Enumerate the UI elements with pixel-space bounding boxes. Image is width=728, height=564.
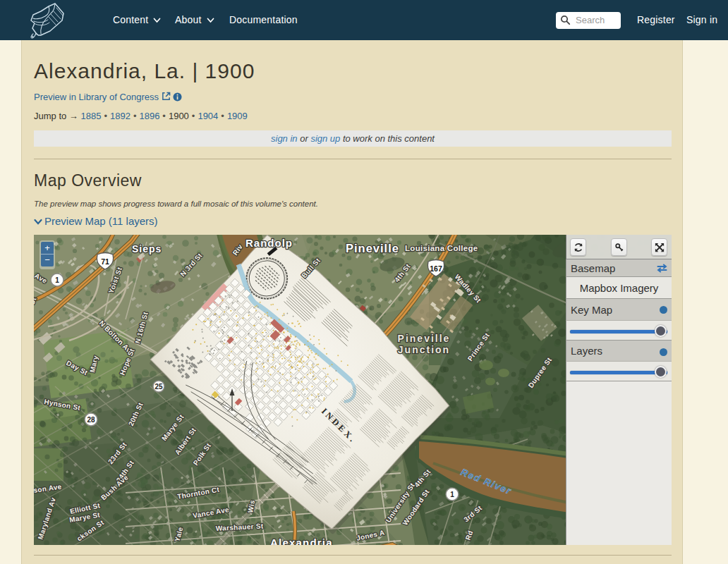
svg-text:Pineville: Pineville <box>346 242 399 255</box>
svg-text:Sieps: Sieps <box>132 243 162 255</box>
svg-text:71: 71 <box>101 257 109 266</box>
svg-text:25: 25 <box>154 383 163 391</box>
svg-text:Louisiana College: Louisiana College <box>405 244 478 252</box>
svg-text:Randolp: Randolp <box>245 237 293 249</box>
svg-text:Pineville: Pineville <box>398 333 451 344</box>
svg-text:28: 28 <box>87 416 95 424</box>
svg-text:1: 1 <box>55 276 59 284</box>
svg-text:167: 167 <box>430 264 442 273</box>
svg-text:Alexandria: Alexandria <box>270 537 333 545</box>
svg-text:1: 1 <box>450 491 454 498</box>
svg-text:Junction: Junction <box>398 344 450 355</box>
